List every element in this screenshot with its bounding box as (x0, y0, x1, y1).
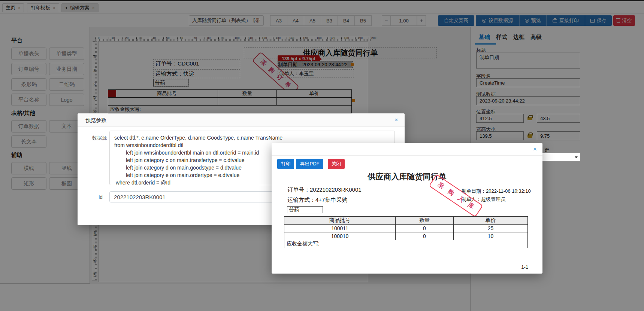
close-icon[interactable]: × (391, 113, 402, 127)
preview-order-no: 订单号：2022102203RK0001 (287, 186, 362, 193)
preview-table-cell: 0 (396, 232, 454, 240)
preview-table: 商品批号数量单价100011025100010010应收金额大写: (284, 216, 528, 248)
chevron-down-icon (575, 156, 578, 158)
preview-transport: 运输方式：4+7集中采购 (287, 196, 347, 204)
preview-table-cell: 10 (454, 232, 528, 240)
page-number: 1-1 (521, 264, 528, 270)
id-label: Id (99, 194, 103, 200)
preview-drug-type: 普药 (287, 206, 323, 213)
close-preview-button[interactable]: 关闭 (328, 159, 345, 169)
preview-create-date: 制单日期：2022-11-06 10:32:10 (462, 188, 531, 195)
preview-table-cell: 100010 (284, 232, 396, 240)
print-preview-modal: × 打印 导出PDF 关闭 供应商入库随货同行单 订单号：2022102203R… (272, 143, 542, 274)
preview-table-cell: 0 (396, 225, 454, 232)
preview-table-header: 数量 (396, 217, 454, 225)
print-preview-header: × (272, 143, 542, 156)
panel-select-dropdown[interactable] (536, 153, 580, 161)
preview-table-footer: 应收金额大写: (284, 240, 528, 248)
export-pdf-button[interactable]: 导出PDF (296, 159, 323, 169)
preview-table-cell: 25 (454, 225, 528, 232)
table-row: 100011025 (284, 225, 528, 232)
preview-params-title: 预览参数 (85, 113, 106, 127)
table-row: 100010010 (284, 232, 528, 240)
preview-table-cell: 100011 (284, 225, 396, 232)
preview-table-header: 单价 (454, 217, 528, 225)
preview-table-header: 商品批号 (284, 217, 396, 225)
app-window: 主页 × 打印模板 × ● 编辑方案 × A3A4A5B3B4B5 − + 自定… (0, 0, 644, 311)
preview-params-header: 预览参数 × (78, 113, 405, 127)
preview-doc-title: 供应商入库随货同行单 (272, 171, 542, 182)
close-icon[interactable]: × (530, 143, 540, 155)
datasource-label: 数据源 (87, 135, 107, 141)
print-button[interactable]: 打印 (277, 159, 294, 169)
